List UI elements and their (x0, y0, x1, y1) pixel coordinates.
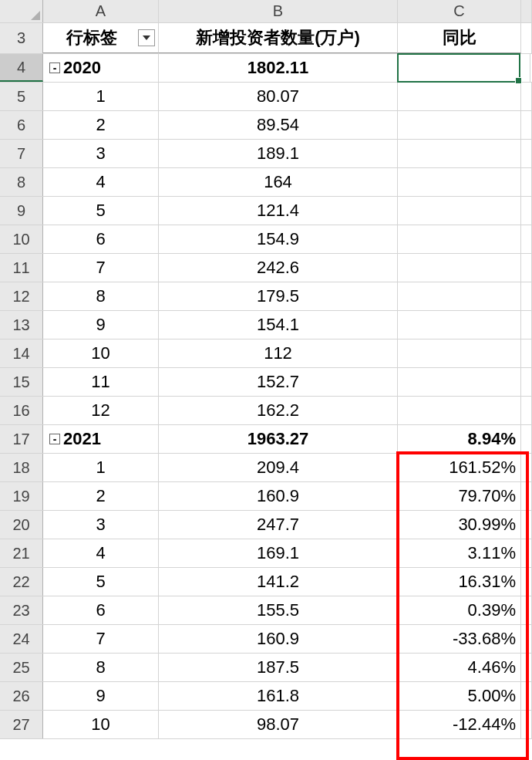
row-number[interactable]: 6 (0, 111, 43, 139)
row-number[interactable]: 25 (0, 654, 43, 681)
yoy-cell[interactable]: 30.99% (398, 511, 521, 539)
value-cell[interactable]: 98.07 (159, 711, 398, 738)
cell-d[interactable] (521, 368, 532, 396)
cell-d[interactable] (521, 539, 532, 567)
value-cell[interactable]: 155.5 (159, 596, 398, 624)
row-number[interactable]: 3 (0, 23, 43, 53)
collapse-icon[interactable]: - (49, 434, 60, 444)
yoy-cell[interactable]: -33.68% (398, 625, 521, 653)
cell-d[interactable] (521, 454, 532, 481)
row-number[interactable]: 9 (0, 197, 43, 225)
month-cell[interactable]: 11 (43, 368, 159, 396)
yoy-cell[interactable] (398, 311, 521, 339)
row-number[interactable]: 16 (0, 397, 43, 424)
month-cell[interactable]: 8 (43, 282, 159, 310)
cell-d[interactable] (521, 282, 532, 310)
yoy-cell[interactable]: 161.52% (398, 454, 521, 481)
cell-d[interactable] (521, 140, 532, 167)
month-cell[interactable]: 3 (43, 511, 159, 539)
cell-d[interactable] (521, 197, 532, 225)
value-cell[interactable]: 209.4 (159, 454, 398, 481)
yoy-cell[interactable] (398, 140, 521, 167)
value-cell[interactable]: 112 (159, 339, 398, 367)
row-number[interactable]: 23 (0, 596, 43, 624)
month-cell[interactable]: 9 (43, 311, 159, 339)
month-cell[interactable]: 10 (43, 711, 159, 738)
row-number[interactable]: 21 (0, 539, 43, 567)
cell-d[interactable] (521, 568, 532, 596)
yoy-cell[interactable] (398, 225, 521, 253)
month-cell[interactable]: 5 (43, 568, 159, 596)
month-cell[interactable]: 5 (43, 197, 159, 225)
yoy-cell[interactable] (398, 168, 521, 196)
row-number[interactable]: 13 (0, 311, 43, 339)
cell-d[interactable] (521, 339, 532, 367)
year-group-cell[interactable]: -2020 (43, 54, 159, 82)
month-cell[interactable]: 3 (43, 140, 159, 167)
yoy-cell[interactable]: 16.31% (398, 568, 521, 596)
value-cell[interactable]: 152.7 (159, 368, 398, 396)
cell-d[interactable] (521, 311, 532, 339)
row-number[interactable]: 5 (0, 83, 43, 110)
row-number[interactable]: 12 (0, 282, 43, 310)
yoy-cell[interactable] (398, 339, 521, 367)
row-number[interactable]: 19 (0, 482, 43, 510)
col-header-c[interactable]: C (398, 0, 521, 22)
value-cell[interactable]: 247.7 (159, 511, 398, 539)
month-cell[interactable]: 7 (43, 254, 159, 282)
month-cell[interactable]: 6 (43, 225, 159, 253)
month-cell[interactable]: 8 (43, 654, 159, 681)
select-all-corner[interactable] (0, 0, 43, 22)
cell-d[interactable] (521, 83, 532, 110)
header-value[interactable]: 新增投资者数量(万户) (159, 23, 398, 53)
row-number[interactable]: 18 (0, 454, 43, 481)
yoy-cell[interactable] (398, 111, 521, 139)
cell-d[interactable] (521, 397, 532, 424)
value-cell[interactable]: 160.9 (159, 625, 398, 653)
row-number[interactable]: 20 (0, 511, 43, 539)
row-number[interactable]: 4 (0, 54, 43, 82)
month-cell[interactable]: 4 (43, 539, 159, 567)
row-number[interactable]: 26 (0, 682, 43, 710)
yoy-cell[interactable]: 4.46% (398, 654, 521, 681)
year-yoy-cell[interactable] (397, 53, 520, 83)
yoy-cell[interactable] (398, 83, 521, 110)
value-cell[interactable]: 187.5 (159, 654, 398, 681)
row-number[interactable]: 11 (0, 254, 43, 282)
year-value-cell[interactable]: 1963.27 (159, 425, 398, 453)
year-group-cell[interactable]: -2021 (43, 425, 159, 453)
yoy-cell[interactable] (398, 282, 521, 310)
cell-d[interactable] (521, 654, 532, 681)
cell-d[interactable] (521, 23, 532, 53)
value-cell[interactable]: 242.6 (159, 254, 398, 282)
month-cell[interactable]: 2 (43, 111, 159, 139)
row-number[interactable]: 8 (0, 168, 43, 196)
cell-d[interactable] (521, 425, 532, 453)
month-cell[interactable]: 10 (43, 339, 159, 367)
cell-d[interactable] (521, 711, 532, 738)
month-cell[interactable]: 12 (43, 397, 159, 424)
yoy-cell[interactable]: -12.44% (398, 711, 521, 738)
yoy-cell[interactable]: 5.00% (398, 682, 521, 710)
yoy-cell[interactable] (398, 397, 521, 424)
row-number[interactable]: 7 (0, 140, 43, 167)
row-number[interactable]: 14 (0, 339, 43, 367)
month-cell[interactable]: 9 (43, 682, 159, 710)
header-row-label[interactable]: 行标签 (43, 23, 159, 53)
row-number[interactable]: 22 (0, 568, 43, 596)
value-cell[interactable]: 179.5 (159, 282, 398, 310)
cell-d[interactable] (521, 596, 532, 624)
col-header-b[interactable]: B (159, 0, 398, 22)
cell-d[interactable] (521, 225, 532, 253)
month-cell[interactable]: 6 (43, 596, 159, 624)
value-cell[interactable]: 161.8 (159, 682, 398, 710)
month-cell[interactable]: 1 (43, 83, 159, 110)
value-cell[interactable]: 89.54 (159, 111, 398, 139)
cell-d[interactable] (521, 168, 532, 196)
row-number[interactable]: 10 (0, 225, 43, 253)
year-value-cell[interactable]: 1802.11 (159, 54, 398, 82)
yoy-cell[interactable] (398, 368, 521, 396)
cell-d[interactable] (521, 482, 532, 510)
collapse-icon[interactable]: - (49, 62, 60, 73)
yoy-cell[interactable]: 3.11% (398, 539, 521, 567)
